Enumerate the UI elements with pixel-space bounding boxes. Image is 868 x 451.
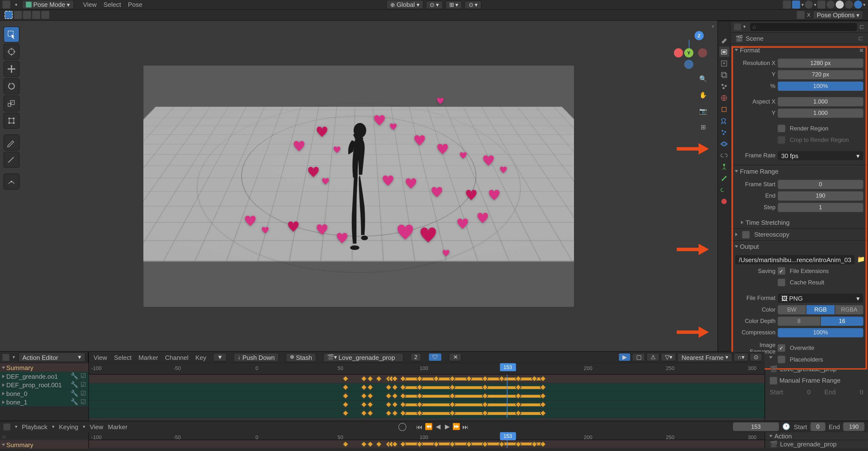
- jump-start-icon[interactable]: ⏮: [415, 423, 424, 431]
- new-action-btn[interactable]: ✕: [449, 353, 462, 362]
- prop-edit-icon[interactable]: ⊙: [750, 353, 762, 362]
- zoom-icon[interactable]: 🔍: [697, 73, 709, 85]
- aspect-y-field[interactable]: 1.000: [778, 108, 863, 118]
- file-ext-check[interactable]: [778, 267, 785, 275]
- scene-datablock[interactable]: 🎬 Scene ⊏: [731, 33, 868, 44]
- dope-channel-def_prop_root-001[interactable]: DEF_prop_root.001🔧 ☑: [0, 380, 88, 389]
- tl-start-field[interactable]: 0: [811, 422, 826, 431]
- snap-toggle[interactable]: ⊞ ▾: [445, 0, 462, 9]
- annotate-tool[interactable]: [3, 135, 20, 150]
- stereoscopy-header[interactable]: Stereoscopy: [731, 229, 868, 240]
- dope-ruler[interactable]: -100-50050100150200250300: [89, 363, 764, 375]
- armature-tab[interactable]: [719, 162, 729, 172]
- manual-range-check[interactable]: [770, 377, 777, 384]
- fake-user-btn[interactable]: 🛡: [428, 353, 442, 362]
- particles-tab[interactable]: [719, 127, 729, 138]
- frame-rate-select[interactable]: 30 fps▾: [778, 151, 863, 160]
- folder-icon[interactable]: 📁: [857, 256, 865, 263]
- orientation-select[interactable]: ⊕ Global ▾: [386, 0, 424, 9]
- filter-btn[interactable]: ▼: [213, 353, 227, 362]
- props-editor-icon[interactable]: [734, 23, 741, 30]
- breakdown-tool[interactable]: [3, 174, 20, 190]
- measure-tool[interactable]: [3, 152, 20, 168]
- res-y-field[interactable]: 720 px: [778, 70, 863, 79]
- file-format-select[interactable]: 🖼 PNG▾: [778, 293, 863, 303]
- dope-channel-def_greande-oo1[interactable]: DEF_greande.oo1🔧 ☑: [0, 372, 88, 380]
- menu-key[interactable]: Key: [195, 354, 206, 361]
- compression-field[interactable]: 100%: [778, 328, 863, 337]
- auto-icon[interactable]: ▢: [632, 353, 645, 362]
- color-rgba[interactable]: RGBA: [835, 305, 863, 314]
- select-box-tool[interactable]: [3, 26, 20, 43]
- mode-selector[interactable]: Pose Mode ▾: [22, 0, 74, 9]
- color-bw[interactable]: BW: [778, 305, 806, 314]
- play-icon[interactable]: ▶: [443, 423, 451, 431]
- move-tool[interactable]: [3, 61, 20, 77]
- select-mode-3-icon[interactable]: [23, 11, 31, 19]
- tl-summary-row[interactable]: Summary: [0, 440, 88, 449]
- frame-start-field[interactable]: 0: [778, 180, 863, 189]
- snap-icon[interactable]: ∩▾: [733, 353, 748, 362]
- pose-options-button[interactable]: Pose Options ▾: [813, 10, 863, 20]
- frame-end-field[interactable]: 190: [778, 191, 863, 200]
- select-mode-1-icon[interactable]: [5, 11, 12, 19]
- depth-16[interactable]: 16: [821, 316, 863, 326]
- render-tab[interactable]: [719, 47, 729, 57]
- color-depth-segment[interactable]: 8 16: [778, 316, 863, 326]
- placeholders-check[interactable]: [778, 356, 785, 363]
- color-rgb[interactable]: RGB: [806, 305, 835, 314]
- tl-playhead[interactable]: 153: [507, 432, 507, 448]
- gizmo-icon[interactable]: [792, 0, 800, 8]
- dope-editor-mode[interactable]: Action Editor ▾: [19, 352, 86, 362]
- transform-tool[interactable]: [3, 113, 20, 129]
- tl-action-title[interactable]: Action: [774, 432, 792, 439]
- time-stretching-header[interactable]: Time Stretching: [731, 217, 868, 228]
- tool-tab[interactable]: [719, 35, 729, 46]
- menu-playback[interactable]: Playback: [22, 423, 48, 430]
- current-frame-field[interactable]: 153: [733, 422, 779, 431]
- dope-track[interactable]: [89, 375, 764, 383]
- shade-preview-icon[interactable]: [845, 0, 853, 8]
- tl-end-field[interactable]: 190: [843, 422, 864, 431]
- output-header[interactable]: Output: [731, 241, 868, 252]
- render-region-check[interactable]: [778, 124, 785, 132]
- menu-pose[interactable]: Pose: [128, 1, 142, 8]
- orientation-gizmo[interactable]: Z Y: [673, 31, 707, 65]
- overwrite-check[interactable]: [778, 344, 785, 352]
- mirror-icon[interactable]: [797, 11, 805, 19]
- list-icon[interactable]: ≡: [860, 47, 863, 53]
- interaction-mode-icon[interactable]: [2, 0, 10, 8]
- menu-marker[interactable]: Marker: [108, 423, 127, 430]
- frame-range-header[interactable]: Frame Range: [731, 166, 868, 177]
- dope-track[interactable]: [89, 400, 764, 409]
- dope-channel-bone_1[interactable]: bone_1🔧 ☑: [0, 398, 88, 406]
- stash-btn[interactable]: ❄ Stash: [285, 353, 316, 362]
- menu-channel[interactable]: Channel: [165, 354, 188, 361]
- select-mode-5-icon[interactable]: [41, 11, 50, 19]
- snap-mode[interactable]: Nearest Frame ▾: [678, 353, 733, 362]
- dope-channel-bone_0[interactable]: bone_0🔧 ☑: [0, 389, 88, 398]
- res-pct-field[interactable]: 100%: [778, 81, 863, 90]
- menu-keying[interactable]: Keying: [59, 423, 78, 430]
- jump-end-icon[interactable]: ⏭: [461, 423, 469, 431]
- scale-tool[interactable]: [3, 95, 20, 111]
- menu-view[interactable]: View: [93, 354, 107, 361]
- constraint-tab[interactable]: [719, 150, 729, 161]
- menu-marker[interactable]: Marker: [138, 354, 158, 361]
- prev-key-icon[interactable]: ⏪: [425, 423, 433, 431]
- proportional-toggle[interactable]: ⊙ ▾: [465, 0, 482, 9]
- scene-tab[interactable]: [719, 81, 729, 91]
- warning-icon[interactable]: ⚠: [647, 353, 660, 362]
- dope-track[interactable]: [89, 392, 764, 400]
- 3d-viewport[interactable]: Z Y 🔍 ✋ 📷 ⊞ ‹: [0, 21, 717, 351]
- users-count[interactable]: 2: [410, 353, 422, 362]
- shade-render-icon[interactable]: [854, 0, 862, 8]
- select-mode-2-icon[interactable]: [14, 11, 22, 19]
- depth-8[interactable]: 8: [778, 316, 821, 326]
- xray-icon[interactable]: [817, 0, 826, 8]
- bone-constraint-tab[interactable]: [719, 185, 729, 195]
- menu-view[interactable]: View: [83, 1, 97, 8]
- object-tab[interactable]: [719, 104, 729, 114]
- modifier-tab[interactable]: [719, 115, 729, 126]
- frame-step-field[interactable]: 1: [778, 202, 863, 212]
